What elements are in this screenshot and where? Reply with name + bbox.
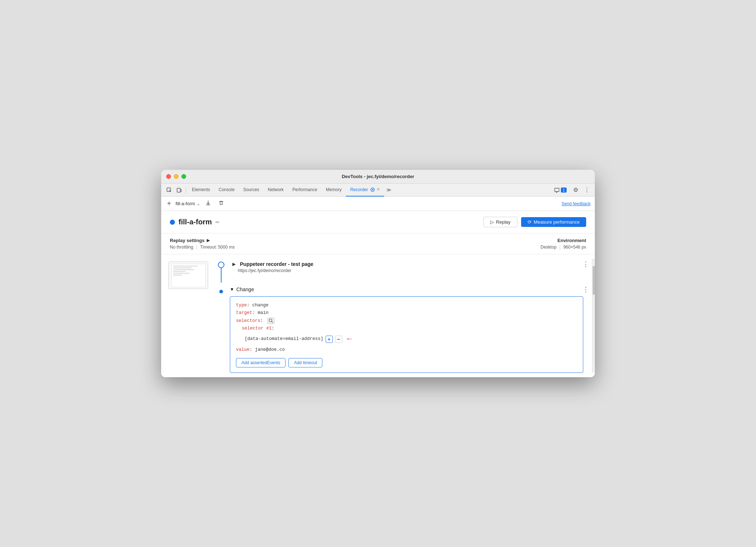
tab-console[interactable]: Console <box>214 184 239 197</box>
step-thumbnail <box>168 262 208 289</box>
navigate-step-more-button[interactable]: ⋮ <box>580 260 592 268</box>
thumbnail-area <box>161 259 215 373</box>
svg-point-4 <box>372 189 373 190</box>
change-code-block: type : change target : main selectors <box>230 296 583 373</box>
tab-network[interactable]: Network <box>263 184 288 197</box>
send-feedback-link[interactable]: Send feedback <box>562 201 590 206</box>
devtools-window: DevTools - jec.fyi/demo/recorder Element… <box>161 170 595 377</box>
code-selector-val-line: [data-automate=email-address] + − ← <box>245 332 577 346</box>
recording-selector[interactable]: fill-a-form ⌄ <box>176 201 200 206</box>
code-selector-num-line: selector #1 : <box>236 325 577 332</box>
traffic-lights <box>166 174 186 179</box>
recording-name-label: fill-a-form <box>176 201 195 206</box>
devtools-tabs-bar: Elements Console Sources Network Perform… <box>161 184 595 197</box>
add-asserted-events-button[interactable]: Add assertedEvents <box>236 358 285 367</box>
timeline-nav <box>215 259 227 283</box>
arrow-pointer-icon: ← <box>347 332 352 346</box>
scrollbar-track[interactable] <box>592 259 595 373</box>
remove-selector-button[interactable]: − <box>335 336 342 343</box>
console-badge: 1 <box>561 188 567 193</box>
code-selectors-line: selectors : <box>236 317 577 325</box>
minimize-button[interactable] <box>174 174 179 179</box>
navigate-step-title: Puppeteer recorder - test page <box>240 261 313 267</box>
code-type-val: change <box>252 302 269 309</box>
chevron-down-icon: ▼ <box>230 287 234 292</box>
tab-separator-1 <box>186 187 186 193</box>
change-step-header[interactable]: ▼ Change ⋮ <box>230 285 592 293</box>
measure-icon: ⟳ <box>528 219 532 225</box>
change-timeline-dot <box>219 290 223 293</box>
tabs-right-actions: 1 ⚙ ⋮ <box>551 185 592 195</box>
console-messages-button[interactable]: 1 <box>551 186 570 194</box>
measure-performance-button[interactable]: ⟳ Measure performance <box>521 217 586 227</box>
code-action-buttons: Add assertedEvents Add timeout <box>236 358 577 367</box>
recorder-tab-close[interactable]: ✕ <box>377 187 380 192</box>
recording-status-dot <box>170 220 175 225</box>
recording-header: fill-a-form ✏ ▷ Replay ⟳ Measure perform… <box>161 211 595 233</box>
selector-inspect-button[interactable] <box>267 318 275 324</box>
recording-title: fill-a-form <box>179 218 212 226</box>
inspect-icon-button[interactable] <box>164 186 174 194</box>
more-tabs-button[interactable]: ≫ <box>384 186 394 194</box>
scrollbar-thumb[interactable] <box>593 266 595 295</box>
edit-recording-name-icon[interactable]: ✏ <box>215 219 220 225</box>
step-navigate: ▶ Puppeteer recorder - test page ⋮ https… <box>215 259 592 283</box>
code-value-line: value : jane@doe.co <box>236 346 577 354</box>
maximize-button[interactable] <box>181 174 186 179</box>
replay-settings-detail: No throttling | Timeout: 5000 ms <box>170 245 235 250</box>
tab-memory[interactable]: Memory <box>322 184 346 197</box>
tab-elements[interactable]: Elements <box>188 184 214 197</box>
main-content: fill-a-form ✏ ▷ Replay ⟳ Measure perform… <box>161 211 595 377</box>
svg-rect-2 <box>180 189 181 192</box>
delete-recording-button[interactable] <box>216 199 226 208</box>
code-target-key: target <box>236 309 252 317</box>
svg-rect-5 <box>269 319 272 322</box>
add-timeout-button[interactable]: Add timeout <box>288 358 322 367</box>
tab-performance[interactable]: Performance <box>288 184 322 197</box>
svg-rect-1 <box>177 188 180 192</box>
replay-settings-title[interactable]: Replay settings ▶ <box>170 238 235 243</box>
more-options-button[interactable]: ⋮ <box>582 185 592 195</box>
nav-timeline-dot <box>218 262 224 268</box>
replay-button[interactable]: ▷ Replay <box>484 217 517 227</box>
timeline-change <box>215 285 227 293</box>
chevron-right-icon: ▶ <box>207 238 210 243</box>
titlebar: DevTools - jec.fyi/demo/recorder <box>161 170 595 184</box>
recording-dropdown-arrow[interactable]: ⌄ <box>197 201 200 206</box>
navigate-step-content: ▶ Puppeteer recorder - test page ⋮ https… <box>227 259 592 275</box>
step-change: ▼ Change ⋮ type : change <box>215 285 592 373</box>
expand-navigate-button[interactable]: ▶ <box>230 260 238 268</box>
settings-button[interactable]: ⚙ <box>571 185 580 195</box>
timeline-line-1 <box>221 268 222 283</box>
environment-detail: Desktop | 960×546 px <box>541 245 586 250</box>
tab-sources[interactable]: Sources <box>239 184 263 197</box>
add-selector-button[interactable]: + <box>326 336 333 343</box>
change-step-more-button[interactable]: ⋮ <box>580 285 592 293</box>
code-type-line: type : change <box>236 302 577 309</box>
add-recording-button[interactable]: + <box>166 199 173 208</box>
play-icon: ▷ <box>490 219 494 225</box>
environment-title: Environment <box>541 238 586 243</box>
timeline-content: ▶ Puppeteer recorder - test page ⋮ https… <box>161 254 595 377</box>
navigate-step-header: ▶ Puppeteer recorder - test page ⋮ <box>230 260 592 268</box>
steps-area: ▶ Puppeteer recorder - test page ⋮ https… <box>215 259 592 373</box>
settings-row: Replay settings ▶ No throttling | Timeou… <box>161 233 595 254</box>
export-recording-button[interactable] <box>203 199 213 208</box>
replay-settings: Replay settings ▶ No throttling | Timeou… <box>170 238 235 250</box>
header-actions: ▷ Replay ⟳ Measure performance <box>484 217 586 227</box>
close-button[interactable] <box>166 174 171 179</box>
change-step-title: Change <box>236 287 254 292</box>
tab-recorder[interactable]: Recorder ✕ <box>346 184 384 197</box>
code-selectors-key: selectors <box>236 317 261 325</box>
navigate-step-url: https://jec.fyi/demo/recorder <box>238 268 592 273</box>
code-value-val: jane@doe.co <box>255 346 285 354</box>
change-step-content: ▼ Change ⋮ type : change <box>227 285 592 373</box>
device-mode-button[interactable] <box>174 186 184 194</box>
code-target-val: main <box>258 309 269 317</box>
code-target-line: target : main <box>236 309 577 317</box>
code-type-key: type <box>236 302 247 309</box>
code-selector-val: [data-automate=email-address] <box>245 335 323 343</box>
window-title: DevTools - jec.fyi/demo/recorder <box>342 174 414 179</box>
code-selector-num-key: selector #1 <box>242 325 272 332</box>
environment-settings: Environment Desktop | 960×546 px <box>541 238 586 250</box>
